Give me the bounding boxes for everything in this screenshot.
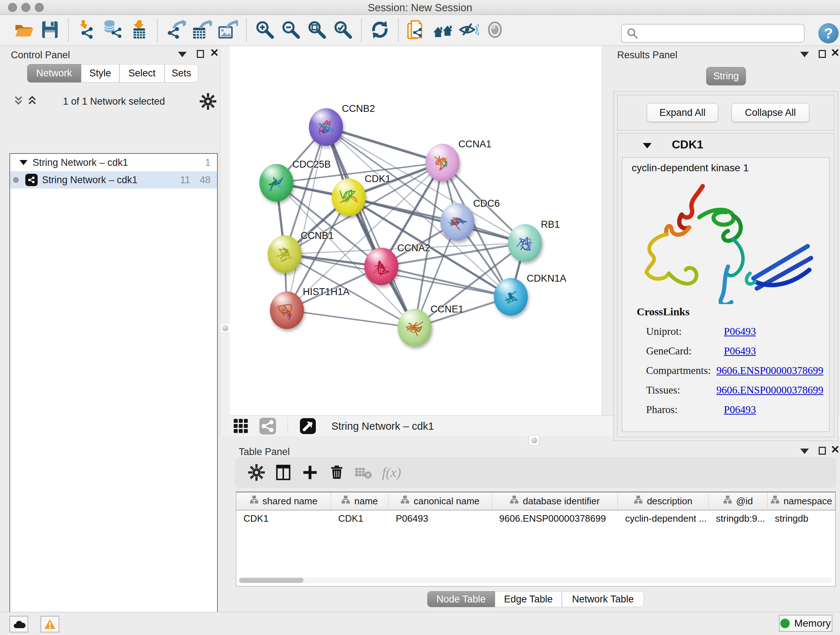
warning-icon xyxy=(43,618,57,630)
crosslink-link[interactable]: P06493 xyxy=(724,404,756,416)
table-options-gear-icon[interactable] xyxy=(246,462,267,483)
toolbar-separator xyxy=(246,19,247,42)
tab-select[interactable]: Select xyxy=(119,64,164,82)
network-node-ccna2[interactable] xyxy=(364,248,398,285)
tree-expand-icon[interactable] xyxy=(19,160,27,165)
column-header-shared-name[interactable]: shared name xyxy=(236,492,331,510)
zoom-selected-icon xyxy=(333,19,353,41)
crosslink-link[interactable]: 9606.ENSP00000378699 xyxy=(716,364,823,377)
column-sort-tree-icon xyxy=(510,495,519,507)
import-network-file-button[interactable] xyxy=(76,19,98,42)
table-panel-float-icon[interactable] xyxy=(819,447,826,455)
import-database-icon xyxy=(103,19,123,41)
network-row-selected[interactable]: String Network – cdk1 11 48 xyxy=(10,171,217,188)
table-row[interactable]: CDK1CDK1P064939606.ENSP00000378699cyclin… xyxy=(236,510,835,526)
expand-all-button[interactable]: Expand All xyxy=(647,103,718,122)
zoom-fit-button[interactable] xyxy=(306,19,328,42)
network-node-cdc6[interactable] xyxy=(440,203,474,241)
export-network-button[interactable] xyxy=(165,19,187,42)
tab-network-table[interactable]: Network Table xyxy=(562,591,644,607)
crosslink-link[interactable]: P06493 xyxy=(724,325,756,337)
save-icon xyxy=(40,19,60,41)
network-share-view-icon[interactable] xyxy=(257,415,278,437)
control-panel-float-icon[interactable] xyxy=(197,50,204,58)
homes-icon xyxy=(433,19,453,41)
table-body: CDK1CDK1P064939606.ENSP00000378699cyclin… xyxy=(236,510,835,526)
control-panel-menu-icon[interactable] xyxy=(178,52,187,57)
left-splitter-handle[interactable] xyxy=(220,323,230,333)
open-document-share-button[interactable] xyxy=(406,19,428,42)
network-node-ccnb1[interactable] xyxy=(268,235,302,273)
show-graphics-details-button[interactable] xyxy=(484,19,506,42)
table-horizontal-scrollbar[interactable] xyxy=(238,578,832,583)
crosslink-link[interactable]: P06493 xyxy=(724,345,756,357)
crosslinks-title: CrossLinks xyxy=(637,306,690,318)
results-panel-float-icon[interactable] xyxy=(819,50,826,58)
home-button[interactable] xyxy=(432,19,454,42)
help-button[interactable]: ? xyxy=(818,23,838,43)
birds-eye-view-icon[interactable] xyxy=(297,415,318,437)
column-header--id[interactable]: @id xyxy=(709,492,767,510)
crosslink-link[interactable]: 9606.ENSP00000378699 xyxy=(716,384,823,396)
node-section-collapse-icon[interactable] xyxy=(643,143,652,149)
table-panel-close-icon[interactable]: ✕ xyxy=(831,446,840,454)
control-panel: Control Panel ✕ Network Style Select Set… xyxy=(0,46,220,612)
tab-node-table[interactable]: Node Table xyxy=(427,591,495,607)
network-node-rb1[interactable] xyxy=(508,224,542,262)
network-node-cdkn1a[interactable] xyxy=(494,278,528,316)
tab-string[interactable]: String xyxy=(706,67,746,86)
warnings-button[interactable] xyxy=(41,616,59,632)
network-collection-row[interactable]: String Network – cdk1 1 xyxy=(10,154,217,171)
search-field[interactable] xyxy=(621,24,805,43)
results-panel-close-icon[interactable]: ✕ xyxy=(831,49,840,57)
network-node-cdk1[interactable] xyxy=(332,179,366,216)
export-table-button[interactable] xyxy=(191,19,213,42)
collapse-all-button[interactable]: Collapse All xyxy=(731,103,809,122)
left-splitter[interactable] xyxy=(220,46,230,436)
cloud-status-button[interactable] xyxy=(9,616,28,632)
control-panel-close-icon[interactable]: ✕ xyxy=(210,49,219,57)
tab-sets[interactable]: Sets xyxy=(164,64,198,82)
network-node-ccne1[interactable] xyxy=(398,309,431,347)
column-header-database-identifier[interactable]: database identifier xyxy=(492,492,618,510)
open-file-button[interactable] xyxy=(13,19,35,42)
table-toolbar: f(x) xyxy=(235,457,836,488)
zoom-out-button[interactable] xyxy=(280,19,302,42)
network-options-gear-icon[interactable] xyxy=(200,93,216,111)
network-node-hist1h1a[interactable] xyxy=(270,291,304,329)
tab-style[interactable]: Style xyxy=(81,64,119,82)
cloud-icon xyxy=(12,619,26,630)
tab-edge-table[interactable]: Edge Table xyxy=(495,591,562,607)
import-network-database-button[interactable] xyxy=(102,19,124,42)
delete-column-trash-icon[interactable] xyxy=(326,462,347,483)
network-node-ccnb2[interactable] xyxy=(309,108,343,146)
column-header-description[interactable]: description xyxy=(618,492,709,510)
collapse-all-networks-icon[interactable] xyxy=(13,95,24,107)
table-panel-menu-icon[interactable] xyxy=(800,448,809,454)
zoom-in-button[interactable] xyxy=(254,19,276,42)
show-columns-icon[interactable] xyxy=(273,462,294,483)
table-header-row: shared namenamecanonical namedatabase id… xyxy=(236,492,835,510)
network-node-ccna1[interactable] xyxy=(425,144,459,181)
search-input[interactable] xyxy=(641,27,804,40)
grid-view-icon[interactable] xyxy=(231,415,251,437)
save-session-button[interactable] xyxy=(39,19,61,42)
export-image-button[interactable] xyxy=(217,19,239,42)
network-node-cdc25b[interactable] xyxy=(259,164,294,202)
search-icon xyxy=(626,27,638,40)
column-header-canonical-name[interactable]: canonical name xyxy=(388,492,492,510)
update-network-button[interactable] xyxy=(369,19,391,42)
network-view[interactable]: CCNB2CCNA1CDC25BCDK1CDC6RB1CCNB1CCNA2CDK… xyxy=(230,46,601,415)
create-column-icon[interactable] xyxy=(300,462,321,483)
expand-all-networks-icon[interactable] xyxy=(27,95,38,107)
network-edges-layer[interactable] xyxy=(230,46,601,415)
zoom-selected-button[interactable] xyxy=(332,19,354,42)
column-header-namespace[interactable]: namespace xyxy=(767,492,835,510)
memory-button[interactable]: Memory xyxy=(779,615,832,632)
import-table-button[interactable] xyxy=(128,19,150,42)
results-panel-menu-icon[interactable] xyxy=(800,52,809,57)
hide-graphics-details-button[interactable] xyxy=(458,19,480,42)
column-header-name[interactable]: name xyxy=(331,492,388,510)
tab-network[interactable]: Network xyxy=(27,64,81,82)
export-image-icon xyxy=(218,19,238,41)
